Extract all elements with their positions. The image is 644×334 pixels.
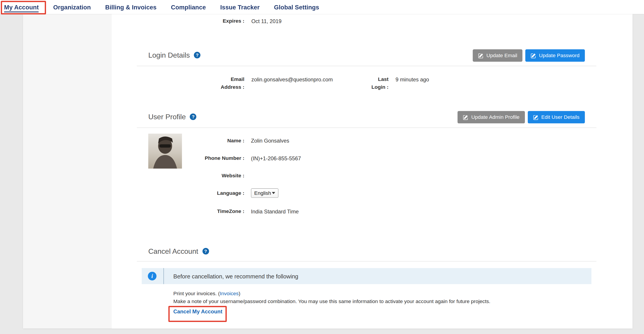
language-select-value: English <box>254 190 271 196</box>
email-address-value: zolin.gonsalves@questionpro.com <box>252 76 333 83</box>
label-line: Login : <box>372 84 388 90</box>
cancel-info-heading: Before cancellation, we recommend the fo… <box>173 268 298 284</box>
note-text: ) <box>239 291 240 296</box>
user-profile-header: User Profile ? <box>148 112 196 122</box>
edit-icon <box>533 115 538 120</box>
tab-billing-invoices[interactable]: Billing & Invoices <box>105 0 156 14</box>
help-icon[interactable]: ? <box>194 52 200 58</box>
tab-label: Billing & Invoices <box>105 4 156 11</box>
expires-label: Expires : <box>112 17 244 25</box>
tab-organization[interactable]: Organization <box>53 0 91 14</box>
chevron-down-icon <box>272 192 275 194</box>
divider <box>164 268 164 284</box>
update-password-button[interactable]: Update Password <box>526 49 585 62</box>
cancel-my-account-link[interactable]: Cancel My Account <box>173 308 222 315</box>
cancel-info-box: i Before cancellation, we recommend the … <box>142 268 592 284</box>
tab-label: Global Settings <box>274 4 319 11</box>
tab-label: Compliance <box>171 4 206 11</box>
cancel-account-header: Cancel Account ? <box>148 246 209 256</box>
name-value: Zolin Gonsalves <box>251 137 289 145</box>
update-email-button[interactable]: Update Email <box>473 49 523 62</box>
tab-compliance[interactable]: Compliance <box>171 0 206 14</box>
page: My Account Organization Billing & Invoic… <box>0 0 644 334</box>
username-note: Make a note of your username/password co… <box>173 298 490 305</box>
user-profile-title: User Profile <box>148 113 186 121</box>
language-select[interactable]: English <box>251 188 278 198</box>
help-icon[interactable]: ? <box>190 113 196 120</box>
top-navigation: My Account Organization Billing & Invoic… <box>0 0 644 14</box>
tab-label: Issue Tracker <box>220 4 260 11</box>
label-line: Email <box>231 77 244 82</box>
account-panel: Expires : Oct 11, 2019 Login Details ? U… <box>23 14 632 328</box>
divider <box>137 128 596 128</box>
tab-label: My Account <box>4 4 39 11</box>
last-login-label: Last Login : <box>342 76 388 91</box>
edit-icon <box>531 53 536 58</box>
user-profile-actions: Update Admin Profile Edit User Details <box>458 111 585 123</box>
divider <box>137 66 596 66</box>
timezone-value: India Standard Time <box>251 208 299 215</box>
login-details-actions: Update Email Update Password <box>473 49 585 62</box>
phone-label: Phone Number : <box>112 155 244 163</box>
edit-icon <box>463 115 468 120</box>
note-text: Print your invoices. ( <box>173 291 220 296</box>
tab-global-settings[interactable]: Global Settings <box>274 0 319 14</box>
tab-issue-tracker[interactable]: Issue Tracker <box>220 0 260 14</box>
tab-label: Organization <box>53 4 91 11</box>
invoices-link[interactable]: Invoices <box>220 291 239 296</box>
divider <box>137 261 596 262</box>
login-details-header: Login Details ? <box>148 50 200 60</box>
invoices-note: Print your invoices. (Invoices) <box>173 290 240 298</box>
language-label: Language : <box>112 190 244 197</box>
timezone-label: TimeZone : <box>112 208 244 215</box>
button-label: Edit User Details <box>541 114 580 120</box>
login-details-title: Login Details <box>148 51 190 60</box>
phone-value: (IN)+1-206-855-5567 <box>251 155 301 163</box>
last-login-value: 9 minutes ago <box>396 76 429 83</box>
name-label: Name : <box>112 137 244 145</box>
expires-value: Oct 11, 2019 <box>252 17 282 25</box>
button-label: Update Admin Profile <box>471 114 520 120</box>
help-icon[interactable]: ? <box>202 248 209 254</box>
label-line: Last <box>378 77 388 82</box>
label-line: Address : <box>221 84 244 90</box>
button-label: Update Password <box>539 53 580 59</box>
cancel-account-title: Cancel Account <box>148 247 198 255</box>
button-label: Update Email <box>486 53 517 59</box>
website-label: Website : <box>112 172 244 180</box>
update-admin-profile-button[interactable]: Update Admin Profile <box>458 111 525 123</box>
account-content: Expires : Oct 11, 2019 Login Details ? U… <box>112 14 632 328</box>
edit-user-details-button[interactable]: Edit User Details <box>528 111 585 123</box>
email-address-label: Email Address : <box>112 76 244 91</box>
info-icon: i <box>148 272 156 280</box>
tab-my-account[interactable]: My Account <box>4 0 39 14</box>
edit-icon <box>478 53 484 58</box>
